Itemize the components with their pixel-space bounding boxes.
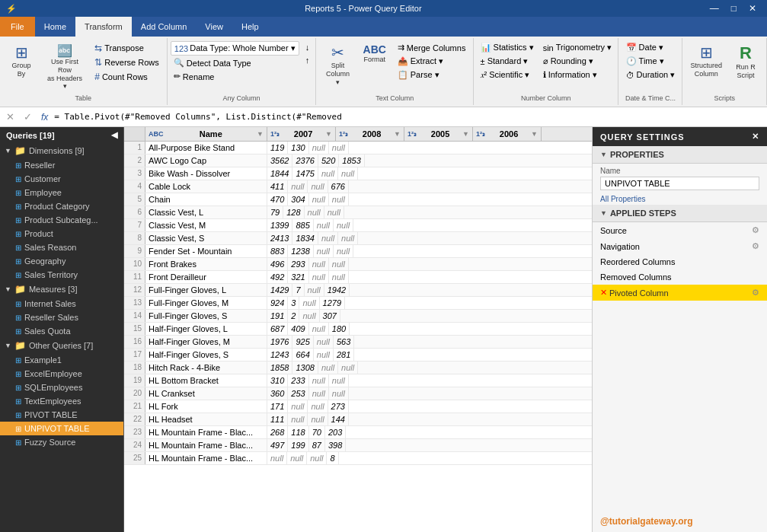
rename-button[interactable]: ✏ Rename: [171, 70, 299, 83]
table-row[interactable]: 9 Fender Set - Mountain 883 1238 null nu…: [124, 245, 592, 258]
data-type-dropdown[interactable]: 123 Data Type: Whole Number ▾: [171, 41, 299, 56]
extract-button[interactable]: 📤 Extract ▾: [395, 55, 469, 68]
table-row[interactable]: 13 Full-Finger Gloves, M 924 3 null 1279: [124, 297, 592, 310]
time-button[interactable]: 🕐 Time ▾: [623, 55, 679, 68]
query-item-internet-sales[interactable]: ⊞ Internet Sales: [0, 297, 123, 311]
close-settings-button[interactable]: ✕: [752, 132, 759, 142]
tab-transform[interactable]: Transform: [75, 17, 132, 37]
table-row[interactable]: 16 Half-Finger Gloves, M 1976 925 null 5…: [124, 336, 592, 349]
sort-asc-button[interactable]: ↓: [302, 41, 313, 53]
applied-step[interactable]: Reordered Columns: [593, 254, 767, 269]
col-header-2007[interactable]: 1²₃ 2007 ▼: [267, 127, 336, 141]
duration-button[interactable]: ⏱ Duration ▾: [623, 68, 679, 81]
query-item-product-category[interactable]: ⊞ Product Category: [0, 199, 123, 213]
query-item-fuzzy-source[interactable]: ⊞ Fuzzy Source: [0, 435, 123, 449]
reverse-rows-button[interactable]: ⇅ Reverse Rows: [91, 56, 162, 69]
query-item-customer[interactable]: ⊞ Customer: [0, 172, 123, 186]
all-properties-link[interactable]: All Properties: [593, 193, 767, 205]
tab-view[interactable]: View: [196, 17, 232, 37]
applied-step[interactable]: Removed Columns: [593, 269, 767, 285]
format-button[interactable]: ABC Format: [358, 41, 391, 66]
table-row[interactable]: 3 Bike Wash - Dissolver 1844 1475 null n…: [124, 167, 592, 180]
query-item-pivot-table[interactable]: ⊞ PIVOT TABLE: [0, 408, 123, 422]
query-item-geography[interactable]: ⊞ Geography: [0, 254, 123, 268]
information-button[interactable]: ℹ Information ▾: [540, 68, 615, 81]
close-button[interactable]: ✕: [744, 3, 761, 14]
query-item-sales-reason[interactable]: ⊞ Sales Reason: [0, 241, 123, 254]
col-sort-name[interactable]: ▼: [257, 130, 264, 138]
table-row[interactable]: 15 Half-Finger Gloves, L 687 409 null 18…: [124, 323, 592, 336]
maximize-button[interactable]: □: [727, 3, 741, 14]
col-header-2006[interactable]: 1²₃ 2006 ▼: [473, 127, 542, 141]
step-gear-icon[interactable]: ⚙: [752, 225, 759, 235]
query-item-sales-territory[interactable]: ⊞ Sales Territory: [0, 268, 123, 282]
table-row[interactable]: 14 Full-Finger Gloves, S 191 2 null 307: [124, 310, 592, 323]
tab-add-column[interactable]: Add Column: [132, 17, 197, 37]
table-row[interactable]: 10 Front Brakes 496 293 null null: [124, 258, 592, 271]
applied-step[interactable]: Source ⚙: [593, 222, 767, 238]
confirm-step-button[interactable]: ✓: [21, 111, 35, 123]
table-row[interactable]: 25 HL Mountain Frame - Blac... null null…: [124, 452, 592, 465]
table-row[interactable]: 12 Full-Finger Gloves, L 1429 7 null 194…: [124, 284, 592, 297]
step-gear-icon[interactable]: ⚙: [752, 241, 759, 251]
count-rows-button[interactable]: # Count Rows: [91, 70, 162, 84]
parse-button[interactable]: 📋 Parse ▾: [395, 68, 469, 81]
query-item-reseller[interactable]: ⊞ Reseller: [0, 158, 123, 172]
col-sort-2006[interactable]: ▼: [531, 130, 538, 138]
scientific-button[interactable]: 𝑥² Scientific ▾: [478, 68, 537, 81]
formula-input[interactable]: [54, 112, 764, 122]
query-item-excel-employee[interactable]: ⊞ ExcelEmployee: [0, 367, 123, 381]
statistics-button[interactable]: 📊 Statistics ▾: [478, 41, 537, 54]
split-column-button[interactable]: ✂ SplitColumn ▾: [321, 41, 354, 88]
query-item-sales-quota[interactable]: ⊞ Sales Quota: [0, 324, 123, 338]
table-row[interactable]: 2 AWC Logo Cap 3562 2376 520 1853: [124, 155, 592, 167]
query-item-example1[interactable]: ⊞ Example1: [0, 353, 123, 367]
table-row[interactable]: 6 Classic Vest, L 79 128 null null: [124, 206, 592, 219]
measures-group-header[interactable]: ▼ 📁 Measures [3]: [0, 282, 123, 297]
query-item-employee[interactable]: ⊞ Employee: [0, 186, 123, 199]
col-sort-2005[interactable]: ▼: [462, 130, 469, 138]
step-gear-icon[interactable]: ⚙: [752, 288, 759, 298]
rounding-button[interactable]: ⌀ Rounding ▾: [540, 55, 615, 68]
name-property-input[interactable]: [600, 177, 759, 190]
col-sort-2008[interactable]: ▼: [394, 130, 401, 138]
table-row[interactable]: 4 Cable Lock 411 null null 676: [124, 180, 592, 193]
table-row[interactable]: 22 HL Headset 111 null null 144: [124, 413, 592, 426]
query-item-text-employees[interactable]: ⊞ TextEmployees: [0, 394, 123, 408]
collapse-panel-button[interactable]: ◀: [111, 130, 117, 140]
date-button[interactable]: 📅 Date ▾: [623, 41, 679, 54]
structured-column-button[interactable]: ⊞ StructuredColumn: [686, 41, 726, 81]
table-row[interactable]: 17 Half-Finger Gloves, S 1243 664 null 2…: [124, 349, 592, 362]
table-row[interactable]: 23 HL Mountain Frame - Blac... 268 118 7…: [124, 426, 592, 439]
applied-step[interactable]: Navigation ⚙: [593, 238, 767, 254]
table-row[interactable]: 11 Front Derailleur 492 321 null null: [124, 271, 592, 284]
query-item-unpivot-table[interactable]: ⊞ UNPIVOT TABLE: [0, 422, 123, 435]
tab-home[interactable]: Home: [35, 17, 75, 37]
group-by-button[interactable]: ⊞ GroupBy: [5, 41, 38, 81]
use-first-row-button[interactable]: 🔤 Use First Rowas Headers ▾: [41, 41, 88, 93]
sort-desc-button[interactable]: ↑: [302, 54, 313, 66]
merge-columns-button[interactable]: ⇉ Merge Columns: [395, 41, 469, 54]
applied-step[interactable]: ✕ Pivoted Column ⚙: [593, 285, 767, 301]
table-row[interactable]: 20 HL Crankset 360 253 null null: [124, 387, 592, 400]
table-row[interactable]: 18 Hitch Rack - 4-Bike 1858 1308 null nu…: [124, 362, 592, 374]
transpose-button[interactable]: ⇆ Transpose: [91, 41, 162, 55]
run-r-script-button[interactable]: R Run RScript: [729, 41, 762, 82]
query-item-sql-employees[interactable]: ⊞ SQLEmployees: [0, 381, 123, 394]
table-row[interactable]: 21 HL Fork 171 null null 273: [124, 400, 592, 413]
tab-file[interactable]: File: [0, 17, 35, 37]
dimensions-group-header[interactable]: ▼ 📁 Dimensions [9]: [0, 143, 123, 158]
col-header-2008[interactable]: 1²₃ 2008 ▼: [336, 127, 404, 141]
table-row[interactable]: 7 Classic Vest, M 1399 885 null null: [124, 219, 592, 232]
standard-button[interactable]: ± Standard ▾: [478, 55, 537, 68]
table-row[interactable]: 24 HL Mountain Frame - Blac... 497 199 8…: [124, 439, 592, 452]
table-row[interactable]: 8 Classic Vest, S 2413 1834 null null: [124, 232, 592, 245]
trigonometry-button[interactable]: sin Trigonometry ▾: [540, 41, 615, 54]
table-row[interactable]: 1 All-Purpose Bike Stand 119 130 null nu…: [124, 142, 592, 155]
col-sort-2007[interactable]: ▼: [325, 130, 332, 138]
col-header-name[interactable]: ABC Name ▼: [145, 127, 267, 141]
delete-step-button[interactable]: ✕: [3, 111, 18, 123]
col-header-2005[interactable]: 1²₃ 2005 ▼: [404, 127, 473, 141]
minimize-button[interactable]: —: [705, 3, 724, 14]
other-queries-group-header[interactable]: ▼ 📁 Other Queries [7]: [0, 338, 123, 353]
